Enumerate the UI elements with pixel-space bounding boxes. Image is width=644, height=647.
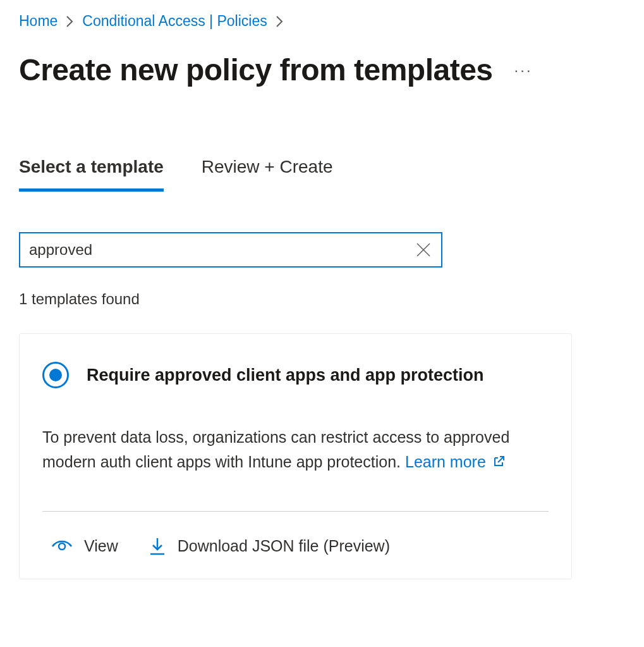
search-wrap	[19, 232, 442, 268]
results-count: 1 templates found	[19, 290, 625, 308]
card-header: Require approved client apps and app pro…	[42, 362, 549, 388]
download-icon	[149, 537, 166, 556]
more-menu-icon[interactable]: ···	[512, 59, 535, 82]
template-card: Require approved client apps and app pro…	[19, 333, 572, 579]
breadcrumb-conditional-access[interactable]: Conditional Access | Policies	[82, 13, 267, 30]
view-button[interactable]: View	[51, 537, 118, 555]
page-title: Create new policy from templates	[19, 52, 493, 87]
chevron-right-icon	[276, 16, 283, 27]
breadcrumb-home[interactable]: Home	[19, 13, 58, 30]
tab-review-create[interactable]: Review + Create	[202, 157, 333, 192]
view-label: View	[84, 537, 118, 555]
search-input[interactable]	[19, 232, 442, 268]
download-label: Download JSON file (Preview)	[178, 537, 390, 555]
breadcrumb: Home Conditional Access | Policies	[19, 13, 625, 30]
radio-selected[interactable]	[42, 362, 69, 388]
close-icon[interactable]	[412, 238, 435, 261]
eye-icon	[51, 539, 73, 553]
tabs: Select a template Review + Create	[19, 157, 625, 192]
radio-dot-icon	[49, 369, 62, 381]
page-title-row: Create new policy from templates ···	[19, 52, 625, 87]
learn-more-link[interactable]: Learn more	[405, 450, 505, 474]
chevron-right-icon	[66, 16, 73, 27]
download-json-button[interactable]: Download JSON file (Preview)	[149, 537, 390, 556]
card-actions: View Download JSON file (Preview)	[42, 537, 549, 556]
learn-more-label: Learn more	[405, 450, 486, 474]
svg-point-0	[59, 543, 65, 550]
template-title: Require approved client apps and app pro…	[87, 366, 484, 385]
external-link-icon	[492, 455, 505, 468]
divider	[42, 511, 549, 512]
template-description: To prevent data loss, organizations can …	[42, 425, 549, 474]
tab-select-template[interactable]: Select a template	[19, 157, 164, 192]
